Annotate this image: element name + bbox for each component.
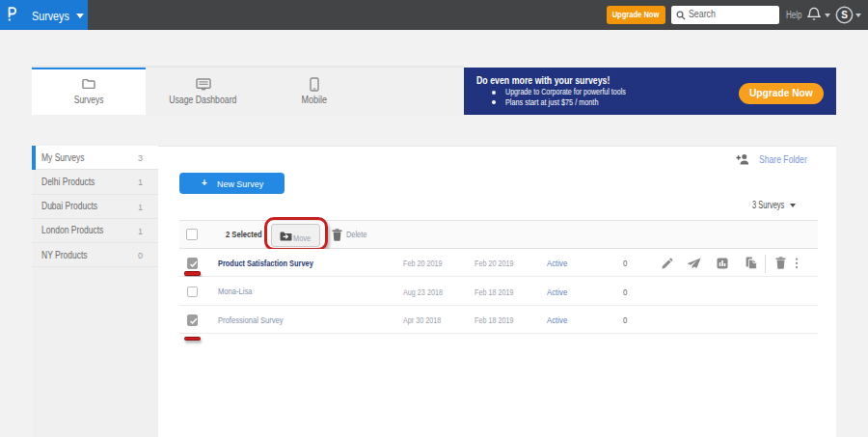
svg-text:S: S [841,10,848,20]
